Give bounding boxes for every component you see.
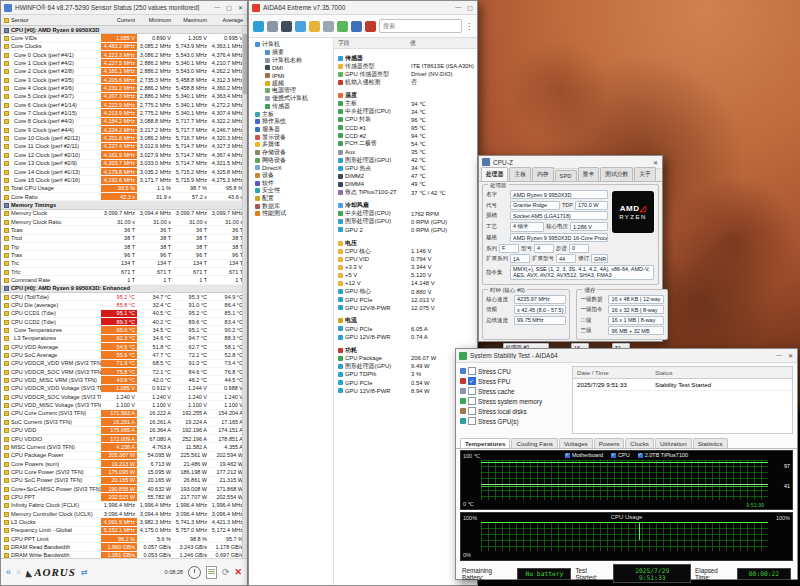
more-options-icon[interactable]: ⋮ — [465, 22, 473, 31]
legend-checkbox[interactable] — [638, 453, 643, 458]
tree-item[interactable]: 传感器 — [249, 103, 333, 111]
column-maximum[interactable]: Maximum — [173, 15, 209, 25]
sensor-row[interactable]: CPU Core Power (SVI3 TFN) 175.095 W 15.0… — [1, 468, 247, 476]
tree-item[interactable]: 摘要 — [249, 49, 333, 57]
sensor-row[interactable]: Trp 38 T 38 T 38 T 38 T — [1, 243, 247, 251]
sensor-row[interactable]: SoC Current (SVI3 TFN) 16.261 A 16.261 A… — [1, 418, 247, 426]
legend-item[interactable]: CPU — [611, 452, 630, 458]
toolbar-icon[interactable] — [365, 21, 376, 32]
stress-checkbox[interactable] — [468, 397, 476, 405]
cpuz-tab[interactable]: 关于 — [634, 167, 656, 181]
sensor-row[interactable]: Core 2 Clock (perf #2/8) 4,181.1 MHz 2,8… — [1, 68, 247, 76]
sensor-row[interactable]: CPU [#0]: AMD Ryzen 9 9950X3D: Enhanced — [1, 285, 247, 293]
sensor-field-row[interactable]: +3.3 V 3.344 V — [334, 263, 477, 271]
sensor-row[interactable]: Core VIDs 1.085 V 0.890 V 1.305 V 0.995 … — [1, 34, 247, 42]
sensor-row[interactable]: Trcd 38 T 38 T 38 T 38 T — [1, 235, 247, 243]
sensor-row[interactable]: Core 5 Clock (perf #3/7) 4,207.3 MHz 2,8… — [1, 93, 247, 101]
graph-tab[interactable]: Temperatures — [460, 438, 510, 448]
shift-values-left-icon[interactable]: « — [6, 568, 11, 577]
stress-option-row[interactable]: Stress FPU — [460, 376, 568, 386]
column-sensor[interactable]: Sensor — [1, 17, 101, 23]
stress-option-row[interactable]: Stress cache — [460, 386, 568, 396]
tree-item[interactable]: 操作系统 — [249, 118, 333, 126]
sensor-row[interactable]: CPU VDD Average 54.5 °C 51.8 °C 62.7 °C … — [1, 343, 247, 351]
tree-item[interactable]: 计算机名称 — [249, 56, 333, 64]
minimize-icon[interactable]: — — [776, 352, 782, 359]
sensor-field-row[interactable]: GPU 2 0 RPM (GPU) — [334, 226, 477, 234]
sensor-row[interactable]: Core 4 Clock (perf #3/6) 4,231.2 MHz 2,8… — [1, 84, 247, 92]
sensor-row[interactable]: Memory Clock 3,099.7 MHz 3,094.4 MHz 3,0… — [1, 210, 247, 218]
sensor-row[interactable]: Core 3 Clock (perf #3/5) 4,205.6 MHz 2,7… — [1, 76, 247, 84]
close-sensors-icon[interactable]: ✕ — [234, 568, 242, 577]
sensor-row[interactable]: CPU VDDCR_SOC VRM (SVI3 TFN) 75.8 °C 72.… — [1, 368, 247, 376]
sensor-row[interactable]: CPU PPT Limit 96.2 % 5.6 % 98.8 % 95.7 % — [1, 535, 247, 543]
sensor-row[interactable]: L3 Clocks 4,091.9 MHz 3,982.3 MHz 5,741.… — [1, 518, 247, 526]
sensor-row[interactable]: CPU (Tctl/Tdie) 95.2 °C 34.7 °C 95.3 °C … — [1, 293, 247, 301]
cpuz-tab[interactable]: 显卡 — [578, 167, 600, 181]
sensor-row[interactable]: Core 7 Clock (perf #1/15) 4,213.9 MHz 2,… — [1, 109, 247, 117]
legend-item[interactable]: Motherboard — [565, 452, 603, 458]
graph-tab[interactable]: Clocks — [625, 438, 654, 448]
sensor-row[interactable]: Core 8 Clock (perf #4/3) 4,184.2 MHz 3,0… — [1, 118, 247, 126]
close-icon[interactable]: ✕ — [788, 352, 793, 359]
tree-item[interactable]: DMI — [249, 64, 333, 72]
sensor-field-row[interactable]: +5 V 5.120 V — [334, 271, 477, 279]
sensor-row[interactable]: Core 14 Clock (perf #1/13) 4,179.8 MHz 3… — [1, 168, 247, 176]
sensor-row[interactable]: CPU VDDCR_SOC Voltage (SVI3 TFN) 1.240 V… — [1, 393, 247, 401]
sensor-row[interactable]: Core 6 Clock (perf #1/14) 4,222.9 MHz 2,… — [1, 101, 247, 109]
sensor-field-row[interactable]: GPU PCIe 12.013 V — [334, 296, 477, 304]
toolbar-icon[interactable] — [253, 21, 264, 32]
graph-tab[interactable]: Cooling Fans — [511, 438, 557, 448]
sensor-row[interactable]: Memory Timings — [1, 201, 247, 209]
clock-icon[interactable] — [188, 566, 201, 579]
stress-option-row[interactable]: Stress system memory — [460, 396, 568, 406]
toolbar-icon[interactable] — [295, 21, 306, 32]
tree-item[interactable]: 配置 — [249, 195, 333, 203]
tree-item[interactable]: 超频 — [249, 79, 333, 87]
sensor-field-row[interactable]: PCH 二极管 54 ℃ — [334, 140, 477, 148]
legend-checkbox[interactable] — [565, 453, 570, 458]
log-row[interactable]: 2025/7/29 9:51:33 Stability Test Started — [573, 379, 792, 391]
column-average[interactable]: Average — [209, 15, 245, 25]
toolbar-icon[interactable] — [309, 21, 320, 32]
cpuz-tab[interactable]: 测试分数 — [600, 167, 633, 181]
toolbar-icon[interactable] — [267, 21, 278, 32]
sensor-row[interactable]: Core 1 Clock (perf #4/2) 4,227.5 MHz 2,8… — [1, 59, 247, 67]
toolbar-icon[interactable] — [351, 21, 362, 32]
sensor-row[interactable]: Core 9 Clock (perf #4/4) 4,224.2 MHz 3,2… — [1, 126, 247, 134]
panel-header[interactable]: 字段 值 — [334, 38, 477, 49]
tree-item[interactable]: 性能测试 — [249, 210, 333, 218]
close-icon[interactable]: ✕ — [238, 4, 243, 11]
graph-tab[interactable]: Statistics — [693, 438, 728, 448]
sensor-row[interactable]: CPU Core Current (SVI3 TFN) 171.563 A 16… — [1, 410, 247, 418]
cpuz-tab[interactable]: SPD — [555, 170, 577, 181]
close-icon[interactable]: ✕ — [653, 159, 658, 166]
search-input[interactable] — [379, 19, 462, 33]
sensor-row[interactable]: Core 11 Clock (perf #2/11) 4,227.4 MHz 3… — [1, 143, 247, 151]
sensor-row[interactable]: Core 15 Clock (perf #1/16) 4,192.6 MHz 3… — [1, 176, 247, 184]
column-current[interactable]: Current — [101, 15, 137, 25]
sensor-row[interactable]: Core Temperatures 95.0 °C 34.5 °C 95.1 °… — [1, 326, 247, 334]
stress-option-row[interactable]: Stress GPU(s) — [460, 416, 568, 426]
sensor-row[interactable]: DRAM Write Bandwidth 1.081 GB/s 0.053 GB… — [1, 552, 247, 558]
reset-values-icon[interactable]: ⟳ — [222, 568, 230, 577]
sensor-field-row[interactable]: CPU VID 0.794 V — [334, 255, 477, 263]
sensor-field-row[interactable]: 致态 TiPlus7100-2T 37 ℃ / 42 ℃ — [334, 189, 477, 197]
field-column-header[interactable]: 字段 — [334, 39, 410, 48]
graph-tab[interactable]: Utilization — [655, 438, 692, 448]
sensor-row[interactable]: CPU VDD_MISC VRM (SVI3 TFN) 43.8 °C 42.0… — [1, 376, 247, 384]
minimize-icon[interactable]: — — [214, 4, 220, 11]
tree-item[interactable]: IPMI — [249, 72, 333, 80]
sensor-row[interactable]: L3 Temperatures 92.3 °C 34.6 °C 94.7 °C … — [1, 335, 247, 343]
sensor-field-row[interactable]: GPU 热点 34 ℃ — [334, 164, 477, 172]
cpuz-tab[interactable]: 处理器 — [481, 167, 508, 181]
sensor-row[interactable]: Core Ratio 42.3 x 31.9 x 57.2 x 43.6 x — [1, 193, 247, 201]
sensor-row[interactable]: Core 10 Clock (perf #2/12) 4,201.8 MHz 3… — [1, 134, 247, 142]
tree-item[interactable]: 设备 — [249, 172, 333, 180]
sensor-field-row[interactable]: 图形处理器(GPU) 0 RPM (GPU) — [334, 218, 477, 226]
sensor-row[interactable]: Tcas 36 T 36 T 36 T 36 T — [1, 226, 247, 234]
sensor-field-row[interactable]: GPU PCIe 6.05 A — [334, 325, 477, 333]
tree-item[interactable]: 多媒体 — [249, 141, 333, 149]
sensor-row[interactable]: Core+SoC+MISC Power (SVI3 TFN) 190.858 W… — [1, 485, 247, 493]
stress-checkbox[interactable] — [468, 417, 476, 425]
